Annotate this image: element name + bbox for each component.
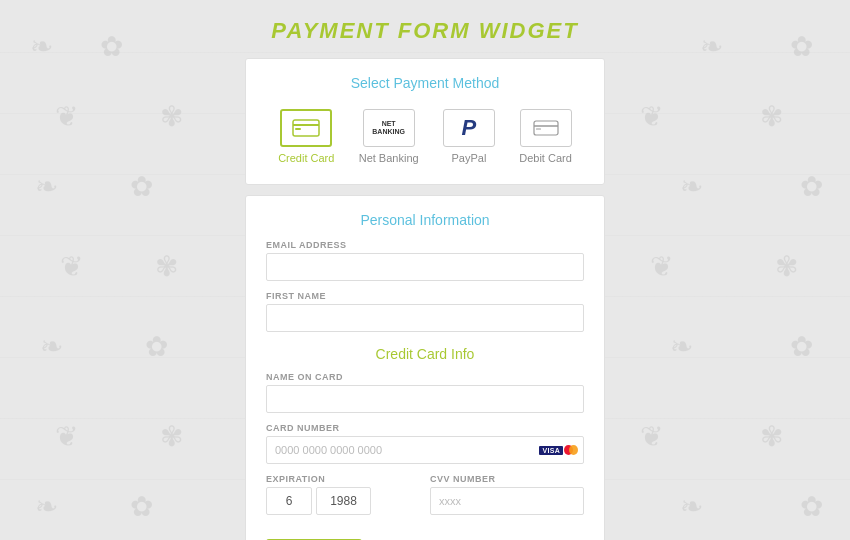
card-brand-icons: VISA [539, 445, 578, 455]
payment-method-credit-card[interactable]: Credit Card [272, 105, 340, 168]
net-banking-icon-box: NETBANKING [363, 109, 415, 147]
firstname-group: FIRST NAME [266, 291, 584, 332]
payment-method-paypal[interactable]: P PayPal [437, 105, 501, 168]
firstname-input[interactable] [266, 304, 584, 332]
expiry-cvv-row: EXPIRATION CVV NUMBER [266, 474, 584, 525]
expiry-group: EXPIRATION [266, 474, 420, 515]
expiry-month-input[interactable] [266, 487, 312, 515]
email-group: EMAIL ADDRESS [266, 240, 584, 281]
mastercard-icon [564, 445, 578, 455]
name-on-card-label: NAME ON CARD [266, 372, 584, 382]
card-number-wrapper: VISA [266, 436, 584, 464]
net-banking-icon: NETBANKING [372, 120, 405, 137]
page-title: PAYMENT FORM WIDGET [271, 18, 578, 44]
credit-card-info-title: Credit Card Info [266, 346, 584, 362]
submit-area: SUBMIT [266, 525, 584, 540]
expiry-year-input[interactable] [316, 487, 371, 515]
firstname-label: FIRST NAME [266, 291, 584, 301]
svg-rect-5 [536, 128, 541, 130]
expiry-inputs [266, 487, 420, 515]
payment-method-card: Select Payment Method Credit Card NETBAN… [245, 58, 605, 185]
payment-method-net-banking[interactable]: NETBANKING Net Banking [353, 105, 425, 168]
name-on-card-input[interactable] [266, 385, 584, 413]
svg-rect-2 [295, 128, 301, 130]
card-number-group: CARD NUMBER VISA [266, 423, 584, 464]
email-input[interactable] [266, 253, 584, 281]
card-number-input[interactable] [266, 436, 584, 464]
credit-card-label: Credit Card [278, 152, 334, 164]
payment-method-title: Select Payment Method [266, 75, 584, 91]
page-wrapper: PAYMENT FORM WIDGET Select Payment Metho… [0, 0, 850, 540]
paypal-icon-box: P [443, 109, 495, 147]
debit-card-icon-box [520, 109, 572, 147]
net-banking-label: Net Banking [359, 152, 419, 164]
debit-card-label: Debit Card [519, 152, 572, 164]
payment-method-debit-card[interactable]: Debit Card [513, 105, 578, 168]
expiry-label: EXPIRATION [266, 474, 420, 484]
email-label: EMAIL ADDRESS [266, 240, 584, 250]
paypal-label: PayPal [451, 152, 486, 164]
cvv-label: CVV NUMBER [430, 474, 584, 484]
paypal-icon: P [462, 115, 477, 141]
name-on-card-group: NAME ON CARD [266, 372, 584, 413]
debit-card-icon [533, 119, 559, 137]
card-number-label: CARD NUMBER [266, 423, 584, 433]
credit-card-icon-box [280, 109, 332, 147]
credit-card-icon [292, 118, 320, 138]
payment-methods-list: Credit Card NETBANKING Net Banking P Pay… [266, 105, 584, 168]
cvv-group: CVV NUMBER [430, 474, 584, 515]
info-card: Personal Information EMAIL ADDRESS FIRST… [245, 195, 605, 540]
cvv-input[interactable] [430, 487, 584, 515]
personal-info-title: Personal Information [266, 212, 584, 228]
visa-icon: VISA [539, 446, 563, 455]
